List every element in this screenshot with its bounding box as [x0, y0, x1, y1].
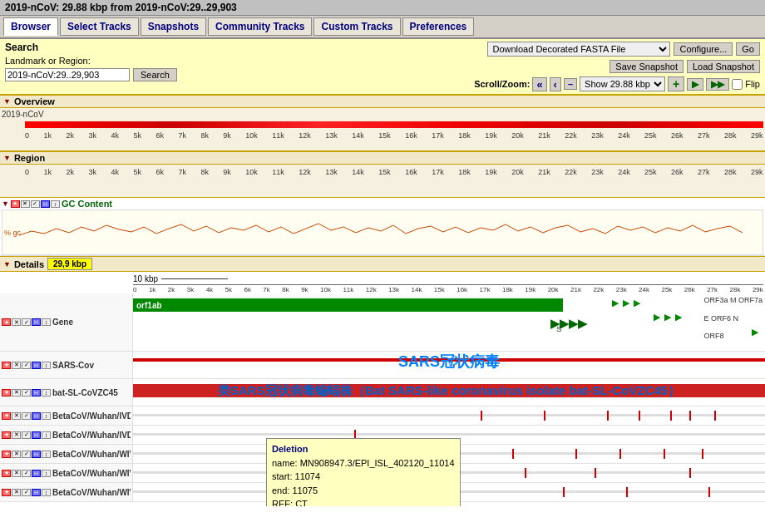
wiv02-h-icon[interactable]: H	[32, 470, 41, 477]
fasta-select[interactable]: Download Decorated FASTA File	[487, 42, 670, 57]
orf7a-arrow[interactable]: ▶	[634, 298, 640, 308]
tab-select-tracks[interactable]: Select Tracks	[60, 17, 139, 36]
zoom-select[interactable]: Show 29.88 kbp	[580, 76, 665, 91]
save-snapshot-button[interactable]: Save Snapshot	[610, 60, 684, 73]
gene-track-row: ★ ✕ ✓ H ↕ Gene orf1ab ▶▶▶▶ S ▶	[0, 293, 765, 352]
flip-checkbox[interactable]	[732, 79, 743, 90]
details-collapse-icon[interactable]: ▼	[3, 260, 11, 268]
bat-track-name: bat-SL-CoVZC45	[52, 388, 118, 397]
n-arrow[interactable]: ▶	[675, 312, 682, 323]
m-arrow[interactable]: ▶	[623, 298, 629, 308]
zoom-in-button[interactable]: +	[668, 76, 684, 91]
scale-ruler-row: 10 kbp	[0, 272, 765, 284]
hb05-star-icon[interactable]: ★	[2, 412, 11, 420]
gene-star-icon[interactable]: ★	[2, 318, 11, 326]
wiv04-mark3	[626, 487, 628, 497]
gc-icon-x[interactable]: ✕	[21, 200, 30, 208]
wiv05-mark4	[664, 449, 665, 459]
wiv05-x-icon[interactable]: ✕	[12, 451, 21, 458]
wiv05-check-icon[interactable]: ✓	[22, 451, 31, 458]
betacov-wiv04-label: ★ ✕ ✓ H ↕ BetaCoV/Wuhan/WIV04/2019	[0, 483, 133, 501]
gc-content-section: ▼ ★ ✕ ✓ H ↕ GC Content % gc	[0, 198, 765, 256]
zoom-right-button[interactable]: ▶	[687, 78, 703, 91]
landmark-input[interactable]	[5, 68, 130, 81]
tab-community-tracks[interactable]: Community Tracks	[208, 17, 312, 36]
wiv02-check-icon[interactable]: ✓	[22, 470, 31, 477]
go-button[interactable]: Go	[736, 42, 760, 56]
bat-h-icon[interactable]: H	[32, 389, 41, 397]
e-arrow[interactable]: ▶	[654, 312, 660, 323]
gc-icon-check[interactable]: ✓	[31, 200, 40, 208]
bat-star-icon[interactable]: ★	[2, 389, 11, 397]
scroll-far-left-button[interactable]: «	[532, 77, 546, 91]
wiv05-h-icon[interactable]: H	[32, 451, 41, 458]
tab-preferences[interactable]: Preferences	[402, 17, 475, 36]
sars-track-content[interactable]: SARS冠状病毒	[133, 352, 765, 378]
scroll-back-button[interactable]: –	[564, 78, 577, 90]
search-button[interactable]: Search	[133, 68, 177, 81]
bat-track-icons: ★ ✕ ✓ H ↕	[2, 389, 51, 397]
gc-icon-h[interactable]: H	[41, 200, 50, 208]
hb04-x-icon[interactable]: ✕	[12, 431, 21, 439]
orf6-arrow[interactable]: ▶	[664, 312, 671, 323]
hb05-x-icon[interactable]: ✕	[12, 412, 21, 420]
gene-x-icon[interactable]: ✕	[12, 318, 21, 326]
wiv05-arrow-icon[interactable]: ↕	[42, 451, 51, 458]
load-snapshot-button[interactable]: Load Snapshot	[687, 60, 760, 73]
s-gene-arrow[interactable]: ▶▶▶▶	[550, 317, 587, 330]
wiv05-star-icon[interactable]: ★	[2, 451, 11, 458]
sars-h-icon[interactable]: H	[32, 362, 41, 369]
betacov-hb05-content[interactable]	[133, 406, 765, 425]
sars-x-icon[interactable]: ✕	[12, 362, 21, 369]
wiv02-x-icon[interactable]: ✕	[12, 470, 21, 477]
hb05-check-icon[interactable]: ✓	[22, 412, 31, 420]
hb05-mark6	[689, 411, 691, 421]
wiv02-mark3	[595, 468, 596, 478]
sars-arrow-icon[interactable]: ↕	[42, 362, 51, 369]
wiv02-mark2	[525, 468, 526, 478]
orf8-arrow[interactable]: ▶	[752, 327, 758, 337]
sars-star-icon[interactable]: ★	[2, 362, 11, 369]
orf1ab-bar[interactable]: orf1ab	[133, 298, 563, 312]
tab-browser[interactable]: Browser	[3, 17, 58, 36]
overview-collapse-icon[interactable]: ▼	[3, 97, 11, 106]
tab-snapshots[interactable]: Snapshots	[141, 17, 206, 36]
scale-bar	[161, 278, 228, 279]
bat-track-content[interactable]: 类SARS冠状病毒蝙蝠株（Bat SARS-like coronavirus i…	[133, 379, 765, 406]
gene-arrow-icon[interactable]: ↕	[42, 318, 51, 326]
betacov-wiv05-label: ★ ✕ ✓ H ↕ BetaCoV/Wuhan/WIV05/2019	[0, 445, 133, 463]
hb04-check-icon[interactable]: ✓	[22, 431, 31, 439]
wiv04-arrow-icon[interactable]: ↕	[42, 489, 51, 496]
wiv02-star-icon[interactable]: ★	[2, 470, 11, 477]
bat-x-icon[interactable]: ✕	[12, 389, 21, 397]
zoom-far-right-button[interactable]: ▶▶	[706, 78, 729, 91]
wiv04-x-icon[interactable]: ✕	[12, 489, 21, 496]
gc-icon-star[interactable]: ★	[11, 200, 20, 208]
hb04-h-icon[interactable]: H	[32, 431, 41, 439]
wiv04-star-icon[interactable]: ★	[2, 489, 11, 496]
hb05-arrow-icon[interactable]: ↕	[42, 412, 51, 420]
wiv04-h-icon[interactable]: H	[32, 489, 41, 496]
configure-button[interactable]: Configure...	[674, 42, 733, 56]
sars-check-icon[interactable]: ✓	[22, 362, 31, 369]
gene-track-content[interactable]: orf1ab ▶▶▶▶ S ▶ ▶ ▶ ▶ ▶ ▶ ORF3a M ORF7a	[133, 293, 765, 347]
gene-check-icon[interactable]: ✓	[22, 318, 31, 326]
tab-custom-tracks[interactable]: Custom Tracks	[313, 17, 400, 36]
region-collapse-icon[interactable]: ▼	[3, 154, 11, 162]
wiv02-arrow-icon[interactable]: ↕	[42, 470, 51, 477]
bat-check-icon[interactable]: ✓	[22, 389, 31, 397]
gc-icon-arrow[interactable]: ↕	[51, 200, 60, 208]
nav-bar: Browser Select Tracks Snapshots Communit…	[0, 16, 765, 39]
hb04-arrow-icon[interactable]: ↕	[42, 431, 51, 439]
scroll-left-button[interactable]: ‹	[550, 77, 561, 91]
tooltip-end-label: end:	[272, 485, 289, 495]
gene-h-icon[interactable]: H	[32, 318, 41, 326]
wiv04-check-icon[interactable]: ✓	[22, 489, 31, 496]
bat-arrow-icon[interactable]: ↕	[42, 389, 51, 397]
hb04-star-icon[interactable]: ★	[2, 431, 11, 439]
hb05-h-icon[interactable]: H	[32, 412, 41, 420]
orf3a-arrow[interactable]: ▶	[612, 298, 619, 308]
tooltip-end-row: end: 11075	[272, 484, 455, 498]
gc-collapse-icon[interactable]: ▼	[2, 200, 9, 208]
gc-track-controls: ★ ✕ ✓ H ↕	[11, 200, 60, 208]
